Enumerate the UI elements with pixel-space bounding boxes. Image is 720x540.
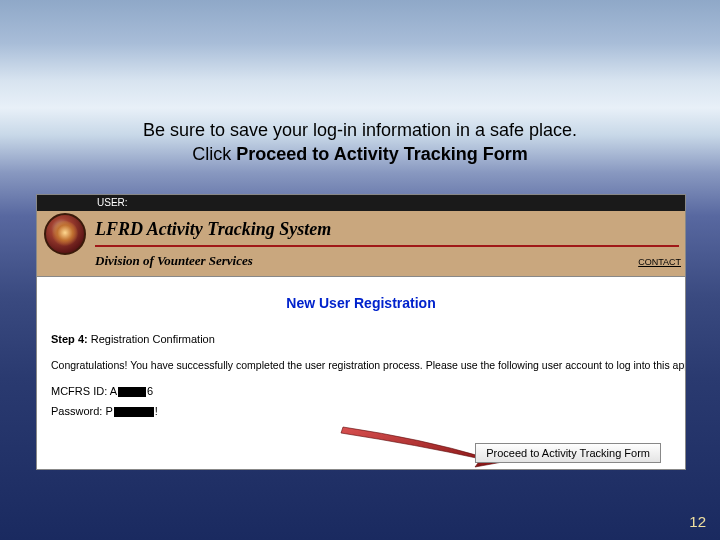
instruction-line1: Be sure to save your log-in information …	[0, 118, 720, 142]
topbar: USER:	[37, 195, 685, 211]
mcfrs-id: MCFRS ID: A6	[51, 385, 671, 397]
instruction-text: Be sure to save your log-in information …	[0, 0, 720, 167]
page-number: 12	[689, 513, 706, 530]
redacted-password	[114, 407, 154, 417]
user-label: USER:	[97, 197, 128, 208]
contact-link[interactable]: CONTACT	[638, 257, 681, 267]
proceed-button[interactable]: Proceed to Activity Tracking Form	[475, 443, 661, 463]
seal-icon	[39, 197, 91, 275]
step-label: Step 4: Registration Confirmation	[51, 333, 671, 345]
congrats-text: Congratulations! You have successfully c…	[51, 359, 671, 371]
divider	[95, 245, 679, 247]
password: Password: P!	[51, 405, 671, 417]
banner: LFRD Activity Tracking System Division o…	[37, 211, 685, 277]
app-subtitle: Division of Vounteer Services	[95, 253, 253, 269]
app-window: USER: LFRD Activity Tracking System Divi…	[36, 194, 686, 470]
instruction-line2: Click Proceed to Activity Tracking Form	[0, 142, 720, 166]
redacted-id	[118, 387, 146, 397]
content-area: New User Registration Step 4: Registrati…	[37, 277, 685, 417]
registration-title: New User Registration	[51, 295, 671, 311]
app-title: LFRD Activity Tracking System	[95, 219, 331, 240]
